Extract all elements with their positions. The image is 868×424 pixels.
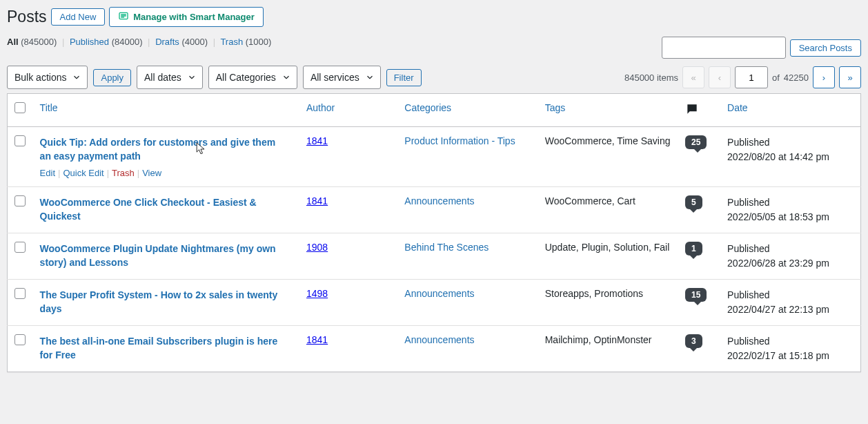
quick-edit-link[interactable]: Quick Edit — [63, 168, 103, 178]
date-cell: Published2022/06/28 at 23:29 pm — [720, 233, 860, 279]
chevron-down-icon — [282, 73, 291, 82]
status-filters: All (845000) | Published (84000) | Draft… — [7, 37, 271, 47]
row-checkbox[interactable] — [14, 135, 26, 146]
page-title: Posts — [7, 8, 47, 26]
row-actions: Edit|Quick Edit|Trash|View — [40, 168, 293, 178]
row-checkbox[interactable] — [14, 288, 26, 299]
tags-cell: Storeapps, Promotions — [538, 279, 678, 325]
category-link[interactable]: Announcements — [404, 334, 474, 345]
date-cell: Published2022/05/05 at 18:53 pm — [720, 186, 860, 233]
trash-link[interactable]: Trash — [112, 168, 135, 178]
comment-count[interactable]: 15 — [685, 288, 707, 302]
category-link[interactable]: Behind The Scenes — [404, 242, 489, 253]
smart-manager-icon — [118, 10, 129, 23]
author-link[interactable]: 1841 — [306, 135, 328, 146]
table-row: The Super Profit System - How to 2x sale… — [8, 279, 861, 325]
chevron-down-icon — [72, 73, 81, 82]
table-row: WooCommerce One Click Checkout - Easiest… — [8, 186, 861, 233]
table-row: The best all-in-one Email Subscribers pl… — [8, 325, 861, 372]
date-cell: Published2022/02/17 at 15:18 pm — [720, 325, 860, 372]
tags-cell: Update, Plugin, Solution, Fail — [538, 233, 678, 279]
smart-manager-label: Manage with Smart Manager — [133, 12, 255, 22]
comment-count[interactable]: 1 — [685, 242, 702, 256]
status-all[interactable]: All (845000) — [7, 37, 57, 47]
col-author[interactable]: Author — [299, 94, 397, 127]
edit-link[interactable]: Edit — [40, 168, 55, 178]
comment-count[interactable]: 25 — [685, 135, 707, 149]
posts-table: Title Author Categories Tags Date Quick … — [7, 93, 861, 372]
smart-manager-button[interactable]: Manage with Smart Manager — [109, 7, 264, 27]
author-link[interactable]: 1498 — [306, 288, 328, 299]
author-link[interactable]: 1841 — [306, 334, 328, 345]
search-input[interactable] — [662, 37, 786, 59]
row-checkbox[interactable] — [14, 242, 26, 253]
categories-select[interactable]: All Categories — [208, 66, 297, 89]
dates-label: All dates — [144, 72, 181, 83]
post-title-link[interactable]: WooCommerce Plugin Update Nightmares (my… — [40, 242, 288, 270]
row-checkbox[interactable] — [14, 195, 26, 206]
category-link[interactable]: Product Information - Tips — [404, 135, 515, 146]
dates-select[interactable]: All dates — [137, 66, 203, 89]
comment-count[interactable]: 3 — [685, 334, 702, 348]
category-link[interactable]: Announcements — [404, 288, 474, 299]
date-cell: Published2022/04/27 at 22:13 pm — [720, 279, 860, 325]
bulk-actions-select[interactable]: Bulk actions — [7, 66, 88, 89]
tags-cell: Mailchimp, OptinMonster — [538, 325, 678, 372]
cursor-icon — [196, 142, 206, 156]
status-drafts[interactable]: Drafts (4000) — [155, 37, 208, 47]
col-date[interactable]: Date — [720, 94, 860, 127]
category-link[interactable]: Announcements — [404, 195, 474, 206]
next-page-button[interactable]: › — [813, 66, 835, 88]
comment-count[interactable]: 5 — [685, 195, 702, 209]
total-items: 845000 items — [624, 73, 678, 83]
total-pages: 42250 — [784, 73, 809, 83]
post-title-link[interactable]: Quick Tip: Add orders for customers and … — [40, 135, 288, 164]
categories-label: All Categories — [216, 72, 276, 83]
chevron-down-icon — [365, 73, 375, 82]
search-button[interactable]: Search Posts — [790, 39, 861, 57]
services-select[interactable]: All services — [303, 66, 381, 89]
col-comments[interactable] — [678, 94, 720, 127]
post-title-link[interactable]: WooCommerce One Click Checkout - Easiest… — [40, 195, 288, 224]
page-input[interactable] — [735, 66, 768, 88]
add-new-button[interactable]: Add New — [51, 8, 106, 26]
col-title[interactable]: Title — [33, 94, 299, 127]
status-trash[interactable]: Trash (1000) — [220, 37, 271, 47]
bulk-actions-label: Bulk actions — [14, 72, 66, 83]
author-link[interactable]: 1841 — [306, 195, 328, 206]
view-link[interactable]: View — [142, 168, 161, 178]
table-row: WooCommerce Plugin Update Nightmares (my… — [8, 233, 861, 279]
filter-button[interactable]: Filter — [386, 69, 422, 86]
col-categories[interactable]: Categories — [397, 94, 537, 127]
tags-cell: WooCommerce, Cart — [538, 186, 678, 233]
status-published[interactable]: Published (84000) — [70, 37, 143, 47]
post-title-link[interactable]: The Super Profit System - How to 2x sale… — [40, 288, 288, 316]
prev-page-button[interactable]: ‹ — [709, 66, 731, 88]
tags-cell: WooCommerce, Time Saving — [538, 127, 678, 187]
author-link[interactable]: 1908 — [306, 242, 328, 253]
col-tags[interactable]: Tags — [538, 94, 678, 127]
services-label: All services — [310, 72, 359, 83]
comments-icon — [685, 107, 699, 118]
row-checkbox[interactable] — [14, 334, 26, 345]
of-label: of — [772, 73, 780, 83]
post-title-link[interactable]: The best all-in-one Email Subscribers pl… — [40, 334, 288, 363]
last-page-button[interactable]: » — [839, 66, 861, 88]
chevron-down-icon — [187, 73, 197, 82]
select-all-checkbox[interactable] — [14, 102, 26, 113]
date-cell: Published2022/08/20 at 14:42 pm — [720, 127, 860, 187]
table-row: Quick Tip: Add orders for customers and … — [8, 127, 861, 187]
first-page-button[interactable]: « — [682, 66, 704, 88]
apply-button[interactable]: Apply — [93, 69, 131, 86]
